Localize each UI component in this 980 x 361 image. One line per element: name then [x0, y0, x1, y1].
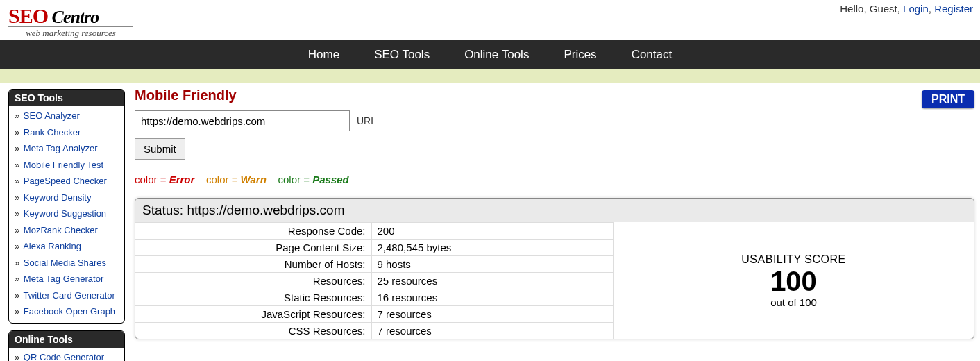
chevron-icon: » [15, 176, 19, 186]
sidebar-item: » Facebook Open Graph [9, 303, 124, 320]
row-label: Page Content Size: [135, 240, 371, 256]
seo-tool-link[interactable]: Mobile Friendly Test [21, 160, 103, 170]
score-title: USABILITY SCORE [741, 253, 845, 266]
seo-tool-link[interactable]: Twitter Card Generator [21, 290, 115, 301]
sidebar-item: » PageSpeed Checker [9, 173, 124, 190]
seo-tool-link[interactable]: Keyword Density [21, 192, 91, 203]
logo[interactable]: SEO Centro web marketing resources [8, 1, 133, 39]
row-value: 7 resources [371, 323, 613, 339]
url-label: URL [357, 115, 376, 126]
row-label: Response Code: [135, 223, 371, 240]
score-value: 100 [770, 266, 817, 296]
score-out: out of 100 [770, 296, 817, 308]
legend: color = Error color = Warn color = Passe… [135, 174, 974, 185]
sidebar-seo-tools: SEO Tools » SEO Analyzer» Rank Checker» … [8, 89, 125, 324]
login-link[interactable]: Login [903, 3, 929, 15]
nav-prices[interactable]: Prices [564, 48, 596, 62]
chevron-icon: » [15, 143, 19, 153]
table-row: JavaScript Resources:7 resources [135, 306, 613, 323]
table-row: Resources:25 resources [135, 273, 613, 289]
seo-tool-link[interactable]: Meta Tag Analyzer [21, 143, 97, 153]
register-link[interactable]: Register [934, 3, 973, 15]
seo-tool-link[interactable]: Social Media Shares [21, 258, 106, 268]
sidebar-item: » Rank Checker [9, 124, 124, 141]
chevron-icon: » [15, 127, 19, 137]
seo-tool-link[interactable]: Rank Checker [21, 127, 81, 137]
sidebar-item: » Meta Tag Generator [9, 271, 124, 287]
row-value: 16 resources [371, 289, 613, 306]
accent-bar [0, 69, 980, 83]
logo-tagline: web marketing resources [8, 26, 133, 39]
row-value: 200 [371, 223, 613, 240]
seo-tool-link[interactable]: Keyword Suggestion [21, 208, 106, 219]
seo-tool-link[interactable]: PageSpeed Checker [21, 176, 107, 186]
sidebar-item: » Keyword Suggestion [9, 205, 124, 222]
seo-tool-link[interactable]: MozRank Checker [21, 225, 98, 235]
chevron-icon: » [15, 225, 19, 235]
sidebar-seo-header: SEO Tools [9, 90, 124, 106]
chevron-icon: » [15, 290, 19, 301]
sidebar-item: » Meta Tag Analyzer [9, 140, 124, 157]
chevron-icon: » [15, 306, 19, 317]
seo-tool-link[interactable]: SEO Analyzer [21, 110, 80, 121]
seo-tool-link[interactable]: Facebook Open Graph [21, 306, 115, 317]
chevron-icon: » [15, 274, 19, 284]
page-title: Mobile Friendly [135, 87, 974, 103]
sidebar-online-tools: Online Tools » QR Code Generator» IP Geo… [8, 330, 125, 362]
print-button[interactable]: PRINT [922, 90, 974, 108]
nav-contact[interactable]: Contact [632, 48, 673, 62]
nav-home[interactable]: Home [308, 48, 339, 62]
row-value: 7 resources [371, 306, 613, 323]
nav-online-tools[interactable]: Online Tools [464, 48, 529, 62]
sidebar-item: » SEO Analyzer [9, 108, 124, 124]
status-table: Response Code:200Page Content Size:2,480… [135, 222, 613, 339]
row-value: 2,480,545 bytes [371, 240, 613, 256]
chevron-icon: » [15, 241, 19, 251]
sidebar-item: » MozRank Checker [9, 222, 124, 239]
greeting-text: Hello, Guest, [840, 3, 903, 15]
sidebar-item: » Twitter Card Generator [9, 287, 124, 304]
row-label: CSS Resources: [135, 323, 371, 339]
sidebar-item: » QR Code Generator [9, 349, 124, 362]
submit-button[interactable]: Submit [135, 138, 185, 160]
row-label: Number of Hosts: [135, 256, 371, 273]
sidebar-online-header: Online Tools [9, 331, 124, 348]
status-box: Status: https://demo.webdrips.com Respon… [135, 198, 974, 339]
row-label: JavaScript Resources: [135, 306, 371, 323]
chevron-icon: » [15, 110, 19, 121]
table-row: Page Content Size:2,480,545 bytes [135, 240, 613, 256]
sidebar-item: » Alexa Ranking [9, 238, 124, 255]
url-input[interactable] [135, 110, 350, 131]
nav-seo-tools[interactable]: SEO Tools [374, 48, 430, 62]
row-value: 9 hosts [371, 256, 613, 273]
sidebar-item: » Mobile Friendly Test [9, 157, 124, 174]
account-links: Hello, Guest, Login, Register [840, 1, 973, 15]
sidebar-item: » Keyword Density [9, 190, 124, 206]
row-label: Static Resources: [135, 289, 371, 306]
table-row: CSS Resources:7 resources [135, 323, 613, 339]
row-label: Resources: [135, 273, 371, 289]
chevron-icon: » [15, 352, 19, 362]
usability-score: USABILITY SCORE 100 out of 100 [613, 222, 974, 339]
sidebar-item: » Social Media Shares [9, 255, 124, 271]
seo-tool-link[interactable]: Meta Tag Generator [21, 274, 103, 284]
table-row: Number of Hosts:9 hosts [135, 256, 613, 273]
online-tool-link[interactable]: QR Code Generator [21, 352, 104, 362]
row-value: 25 resources [371, 273, 613, 289]
chevron-icon: » [15, 160, 19, 170]
status-header: Status: https://demo.webdrips.com [135, 199, 974, 222]
chevron-icon: » [15, 258, 19, 268]
seo-tool-link[interactable]: Alexa Ranking [21, 241, 81, 251]
main-nav: Home SEO Tools Online Tools Prices Conta… [0, 40, 980, 69]
chevron-icon: » [15, 208, 19, 219]
chevron-icon: » [15, 192, 19, 203]
table-row: Response Code:200 [135, 223, 613, 240]
table-row: Static Resources:16 resources [135, 289, 613, 306]
